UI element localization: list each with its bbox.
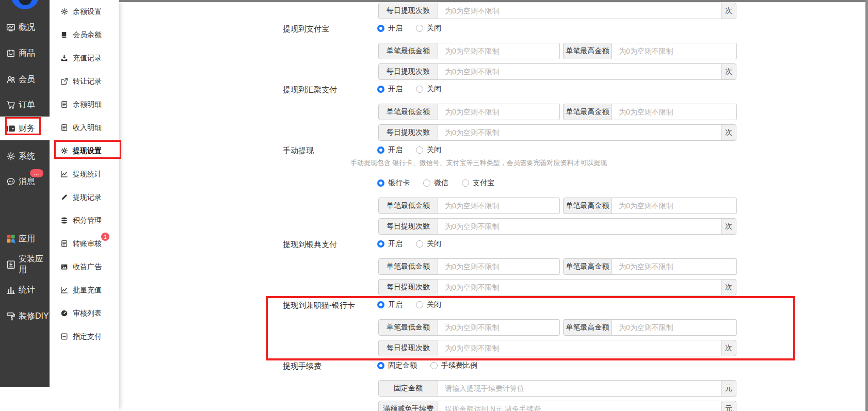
submenu-item-12[interactable]: 收益广告 — [50, 255, 119, 278]
submenu-item-15[interactable]: 指定支付 — [50, 325, 119, 348]
input-addon-label: 单笔最低金额 — [378, 43, 438, 59]
submenu-item-7[interactable]: 提现设置 — [50, 139, 119, 162]
radio-option-label[interactable]: 关闭 — [427, 85, 441, 94]
finance-icon — [6, 124, 15, 133]
unit-suffix: 次 — [721, 63, 736, 80]
sidebar-item-label: 装修DIY — [19, 311, 49, 322]
submenu-item-11[interactable]: 转账审核1 — [50, 232, 119, 255]
submenu-item-14[interactable]: 审核列表 — [50, 302, 119, 325]
radio-option-2[interactable] — [423, 179, 430, 187]
radio-option-label[interactable]: 关闭 — [427, 145, 441, 155]
text-input[interactable] — [438, 3, 721, 19]
radio-option-label[interactable]: 开启 — [388, 239, 403, 249]
sidebar-item-1[interactable]: 概况 — [0, 21, 50, 34]
radio-option-label[interactable]: 微信 — [434, 178, 448, 188]
radio-option-1[interactable] — [377, 301, 384, 308]
radio-option-2[interactable] — [416, 86, 423, 93]
scrollbar-track[interactable] — [865, 0, 868, 411]
sidebar-item-10[interactable]: 统计 — [0, 284, 50, 296]
radio-option-label[interactable]: 开启 — [388, 24, 403, 33]
input-addon-label: 满额减免手续费 — [378, 401, 438, 411]
form-label: 提现到汇聚支付 — [283, 85, 337, 95]
sidebar-item-8[interactable]: 应用 — [0, 233, 50, 245]
form-label: 手动提现 — [283, 146, 314, 156]
radio-option-label[interactable]: 银行卡 — [388, 178, 410, 188]
submenu-item-8[interactable]: 提现统计 — [50, 162, 119, 186]
text-input[interactable] — [438, 279, 721, 295]
submenu-item-label: 提现记录 — [73, 193, 102, 202]
submenu-item-13[interactable]: 批量充值 — [50, 278, 119, 302]
text-input[interactable] — [438, 198, 560, 214]
text-input[interactable] — [438, 319, 560, 336]
radio-option-1[interactable] — [377, 362, 384, 369]
radio-option-2[interactable] — [430, 362, 438, 369]
submenu-item-9[interactable]: 提现记录 — [50, 186, 119, 209]
radio-option-label[interactable]: 关闭 — [427, 300, 441, 309]
submenu-item-4[interactable]: 转让记录 — [50, 70, 119, 93]
sidebar-item-3[interactable]: 会员 — [0, 73, 50, 86]
cart-icon — [6, 100, 15, 109]
sidebar-item-4[interactable]: 订单 — [0, 98, 50, 111]
submenu-item-6[interactable]: 收入明细 — [50, 116, 119, 139]
text-input[interactable] — [438, 218, 721, 235]
text-input[interactable] — [438, 380, 721, 397]
goods-icon — [6, 48, 15, 58]
text-input[interactable] — [612, 258, 737, 275]
radio-option-label[interactable]: 关闭 — [427, 239, 441, 249]
apps-grid-icon — [6, 234, 15, 243]
submenu-item-5[interactable]: 余额明细 — [50, 93, 119, 116]
system-gear-icon — [6, 152, 15, 161]
radio-option-2[interactable] — [416, 146, 423, 154]
submenu-item-2[interactable]: 会员余额 — [50, 23, 119, 46]
input-addon-label: 单笔最高金额 — [563, 198, 612, 214]
text-input[interactable] — [612, 319, 737, 336]
radio-option-2[interactable] — [416, 301, 423, 308]
radio-option-label[interactable]: 开启 — [388, 300, 403, 309]
submenu-item-3[interactable]: 充值记录 — [50, 46, 119, 70]
sidebar-item-2[interactable]: 商品 — [0, 47, 50, 59]
sidebar-item-6[interactable]: 系统 — [0, 150, 50, 162]
radio-option-3[interactable] — [462, 179, 469, 187]
submenu-item-1[interactable]: 余额设置 — [50, 0, 119, 23]
text-input[interactable] — [438, 401, 721, 411]
text-input[interactable] — [438, 340, 721, 356]
line-chart-icon — [60, 286, 68, 294]
text-input[interactable] — [612, 198, 737, 214]
radio-option-1[interactable] — [377, 86, 384, 93]
app-logo[interactable] — [11, 0, 39, 9]
input-pair-row-6: 单笔最低金额单笔最高金额 — [378, 104, 737, 120]
radio-option-1[interactable] — [377, 146, 384, 154]
text-input[interactable] — [438, 104, 560, 120]
radio-option-2[interactable] — [416, 25, 423, 32]
input-pair-row-13: 单笔最低金额单笔最高金额 — [378, 258, 737, 275]
message-count-badge: … — [30, 169, 43, 177]
radio-option-1[interactable] — [377, 25, 384, 32]
sidebar-item-9[interactable]: 安装应用 — [0, 258, 50, 271]
sidebar-item-label: 商品 — [19, 48, 35, 59]
radio-option-label[interactable]: 关闭 — [427, 24, 441, 33]
sidebar-item-label: 财务 — [19, 123, 35, 134]
input-addon-label: 每日提现次数 — [378, 279, 438, 295]
submenu-item-10[interactable]: 积分管理 — [50, 209, 119, 232]
text-input[interactable] — [438, 124, 721, 141]
text-input[interactable] — [438, 63, 721, 80]
minus-square-icon — [60, 333, 68, 340]
radio-option-1[interactable] — [377, 179, 384, 187]
radio-option-1[interactable] — [377, 240, 384, 248]
text-input[interactable] — [612, 43, 737, 59]
text-input[interactable] — [612, 104, 737, 120]
sidebar-item-5[interactable]: 财务 — [0, 117, 50, 140]
radio-option-label[interactable]: 开启 — [388, 145, 403, 155]
radio-option-label[interactable]: 固定金额 — [388, 361, 417, 370]
radio-option-label[interactable]: 开启 — [388, 85, 403, 94]
radio-option-2[interactable] — [416, 240, 423, 248]
sidebar-item-7[interactable]: 消息… — [0, 175, 50, 188]
sidebar-item-label: 会员 — [19, 74, 35, 85]
radio-option-label[interactable]: 支付宝 — [473, 178, 494, 188]
radio-option-label[interactable]: 手续费比例 — [441, 361, 477, 370]
message-bubble-icon — [6, 177, 15, 186]
text-input[interactable] — [438, 43, 560, 59]
text-input[interactable] — [438, 258, 560, 275]
sidebar-item-11[interactable]: 装修DIY — [0, 310, 50, 322]
gear-icon — [60, 8, 68, 15]
